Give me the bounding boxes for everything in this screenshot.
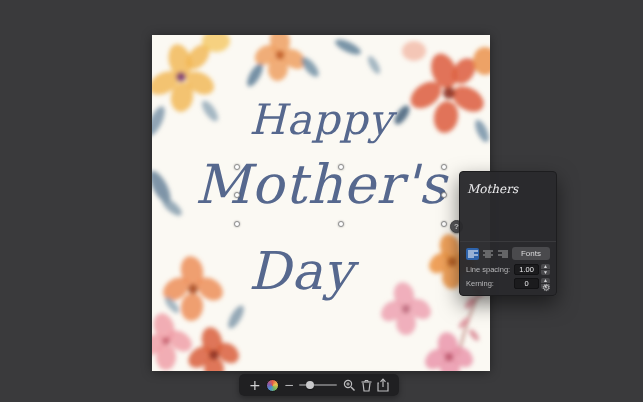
selection-handle[interactable]	[234, 164, 240, 170]
kerning-label: Kerning:	[466, 279, 494, 288]
selection-handle[interactable]	[234, 221, 240, 227]
canvas[interactable]: Happy Mother's Day	[152, 35, 490, 371]
stepper-down-icon[interactable]: ▼	[541, 270, 550, 275]
text-controls: Fonts Line spacing: 1.00 ▲ ▼ Kerning: 0	[460, 242, 556, 295]
greeting-line-2[interactable]: Mother's	[152, 153, 490, 216]
align-center-button[interactable]	[481, 248, 494, 260]
align-left-icon	[468, 250, 478, 258]
line-spacing-label: Line spacing:	[466, 265, 510, 274]
alignment-row: Fonts	[466, 247, 550, 260]
zoom-out-button[interactable]: −	[284, 378, 294, 392]
text-style-panel: Mothers Fonts	[459, 171, 557, 296]
zoom-slider-knob[interactable]	[306, 381, 314, 389]
bottom-toolbar: + −	[239, 374, 399, 396]
zoom-slider-track	[299, 384, 337, 386]
greeting-line-1[interactable]: Happy	[152, 95, 490, 144]
line-spacing-row: Line spacing: 1.00 ▲ ▼	[466, 264, 550, 275]
align-right-button[interactable]	[497, 248, 510, 260]
font-preview-area: Mothers	[460, 172, 556, 242]
gear-icon[interactable]: ⚙	[542, 283, 551, 293]
share-icon[interactable]	[377, 378, 389, 392]
align-center-icon	[483, 250, 493, 258]
add-button[interactable]: +	[249, 378, 261, 392]
greeting-line-3[interactable]: Day	[152, 241, 470, 301]
selection-handle[interactable]	[441, 192, 447, 198]
kerning-value[interactable]: 0	[514, 278, 539, 289]
line-spacing-stepper[interactable]: ▲ ▼	[541, 264, 550, 275]
kerning-row: Kerning: 0 ▲ ▼	[466, 278, 550, 289]
selection-handle[interactable]	[338, 164, 344, 170]
color-wheel-icon[interactable]	[266, 379, 279, 392]
selection-handle[interactable]	[441, 164, 447, 170]
selection-handle[interactable]	[441, 221, 447, 227]
selection-handle[interactable]	[338, 221, 344, 227]
align-left-button[interactable]	[466, 248, 479, 260]
align-right-icon	[498, 250, 508, 258]
app-window: Happy Mother's Day ? Mothers	[0, 0, 643, 402]
zoom-in-magnifier-icon[interactable]	[343, 379, 356, 392]
zoom-slider[interactable]	[299, 379, 337, 391]
font-preview-text: Mothers	[467, 182, 518, 196]
fonts-button[interactable]: Fonts	[512, 247, 550, 260]
trash-icon[interactable]	[361, 379, 372, 392]
line-spacing-value[interactable]: 1.00	[514, 264, 539, 275]
selection-handle[interactable]	[234, 192, 240, 198]
